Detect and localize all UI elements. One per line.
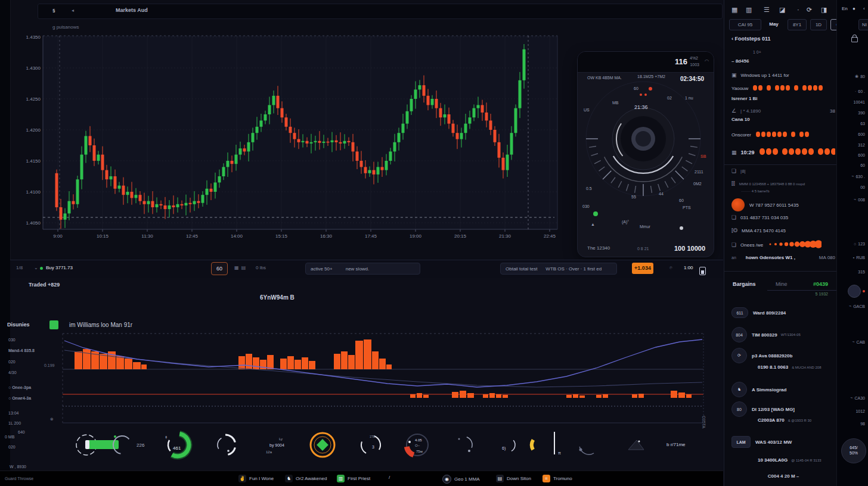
footer-item-panel[interactable]: ▤Down Siton [496, 475, 531, 482]
refresh-icon[interactable]: ⟳ [807, 6, 812, 14]
order-badge: 80 [731, 401, 747, 417]
sidebar-row[interactable]: Cana 10 [731, 117, 835, 122]
sidebar-tab-2[interactable]: May [765, 19, 783, 29]
strip-item[interactable]: ⌁CAB [852, 339, 865, 344]
candlestick-chart[interactable] [0, 0, 572, 250]
strip-item[interactable]: 00 [860, 185, 865, 189]
sidebar-row[interactable]: W 787 9527 6011 5435 [731, 198, 835, 211]
caret-icon[interactable]: ⌄ [34, 265, 38, 270]
tab-mine[interactable]: Mine [776, 281, 788, 287]
sidebar-row[interactable]: ❏031 4837 731 034 035 [731, 214, 835, 220]
strip-item[interactable]: 98 [860, 422, 865, 426]
buy-cta-button[interactable]: +1.034 [632, 263, 653, 274]
order-row[interactable]: ⟳p3 Ava 08882920b [731, 348, 835, 363]
strip-item-label: GACB [853, 304, 865, 309]
battery-icon [699, 267, 706, 275]
menu-icon[interactable]: ☰ [764, 6, 770, 14]
strip-big-button[interactable]: 645/ 50% [841, 438, 866, 463]
sidebar-tab-1[interactable]: CAI 95 [729, 19, 761, 30]
strip-item[interactable] [848, 285, 865, 298]
sidebar-row[interactable]: ∠| * 4.189038 [731, 108, 835, 114]
strip-item[interactable]: ▪RUB [853, 256, 865, 260]
sidebar-row[interactable]: Yaoouw [731, 85, 835, 92]
order-row[interactable]: 80DI 12/03 [WAG MG] [731, 401, 835, 417]
strip-item[interactable]: 60 [860, 163, 865, 167]
strip-item[interactable]: 63 [860, 122, 865, 126]
sidebar-row[interactable]: ▣Windows up 1 4411 for [731, 72, 835, 78]
order-note: WT/1304-05 [781, 333, 801, 337]
strip-item[interactable]: ·60 . [855, 89, 865, 94]
sidebar-row[interactable]: Isrener 1 Bi [731, 96, 835, 101]
footer-item-fire-orange[interactable]: ≡Tromuno [542, 475, 572, 482]
strip-item-icon: ▪ [853, 256, 854, 260]
lock-icon[interactable] [851, 37, 858, 42]
status-pill[interactable]: active 50+ new slowd. [305, 263, 420, 275]
tab-bargains[interactable]: Bargains [733, 281, 756, 287]
order-row[interactable]: 611Ward 809/2284 [731, 307, 835, 318]
grid-view-icon[interactable]: ▦ ▤ [234, 265, 246, 270]
svg-text:3: 3 [372, 445, 374, 449]
sidebar-row[interactable]: Onscorer [731, 132, 835, 138]
order-row[interactable]: 804TIM 800329WT/1304-05 [731, 327, 835, 342]
order-label: p3 Ava 08882920b [752, 353, 792, 359]
footer-item-wave[interactable]: ♞Or2 Awakened [285, 475, 327, 482]
footer-item-hand[interactable]: ✌Fun I Wone [238, 475, 274, 482]
strip-item[interactable]: ⌁008 [854, 197, 865, 202]
svg-text:75м: 75м [416, 450, 423, 453]
strip-item-label: 80 [860, 74, 865, 79]
mini-gauges-row[interactable]: 226461↟Lyby 900412a31TB4.05O–75м6)πb r/7… [0, 423, 723, 469]
order-row[interactable]: LAMWAS 403/12 MW [731, 436, 835, 448]
strip-icon-3[interactable]: ‹ [863, 6, 865, 11]
layout-icon[interactable]: ◨ [821, 6, 827, 14]
timeframe-button[interactable]: 60 [211, 262, 228, 275]
strip-item[interactable]: 390 [858, 111, 865, 115]
sidebar-tab-4[interactable]: 1D [810, 19, 827, 30]
footer-item-avatar[interactable]: ◉Geo 1 MMA [442, 475, 480, 484]
strip-item[interactable]: ⌁630 . [851, 174, 865, 179]
sidebar-row[interactable]: ▦10:29 [731, 148, 835, 156]
footer-left-label: Guard Throwse [5, 476, 33, 481]
strip-icon-2[interactable]: ● [852, 6, 855, 11]
chart-icon[interactable]: ▥ [746, 6, 752, 14]
strip-item[interactable]: ⌁CA30 [850, 395, 865, 400]
strip-item[interactable]: 600 [858, 132, 865, 136]
strip-item[interactable]: 10041 [854, 100, 865, 104]
sidebar-row[interactable]: ❏Onees /we [731, 238, 835, 251]
indicator-chart[interactable] [0, 278, 723, 426]
order-label: DI 12/03 [WAG MG] [752, 407, 795, 412]
strip-item[interactable]: 315 [858, 270, 865, 274]
footer-item-grid-green[interactable]: ▥First Priest [337, 475, 370, 482]
strip-item[interactable]: ◉80 [855, 74, 865, 79]
strip-item[interactable]: 600 [858, 153, 865, 157]
sidebar-row[interactable]: – 8d456 [731, 58, 835, 64]
order-row[interactable]: C2003A 870& @1933 R 30 [731, 418, 835, 423]
sidebar-row[interactable]: anhown Gdensotes W1 ,MA 080 [731, 255, 835, 260]
footer-item-slash[interactable]: / [389, 475, 390, 480]
dial-scale-label: ▲ [591, 222, 595, 226]
strip-item[interactable]: ○123 [854, 242, 865, 246]
sidebar-row[interactable]: ········ 4 5 barrel'b [731, 189, 845, 193]
dial-scale-label: 60 [679, 198, 684, 202]
sidebar-row[interactable]: ⫿⫿MMM 0 1234568 + 1837948 0 88 0 mopd [731, 180, 835, 187]
sidebar-tab-3[interactable]: 8Y1 [788, 19, 807, 30]
order-row[interactable]: C004 4 20 M – [731, 473, 835, 479]
back-title[interactable]: ‹ Footsteps 011 [731, 36, 771, 42]
panel-icon[interactable]: ◪ [779, 6, 785, 14]
strip-item[interactable]: 312 [858, 143, 865, 147]
strip-item[interactable]: ⌁GACB [849, 304, 865, 309]
sidebar-row[interactable]: ⫿◎MMA 471 5470 4145 [731, 228, 835, 234]
sidebar-row[interactable]: ❏|8| [731, 168, 835, 174]
order-row[interactable]: 0190 8.1 0063& MUCH AND 208 [731, 364, 835, 370]
strip-icon-1[interactable]: En [842, 6, 848, 11]
mic-icon[interactable]: ⌾ [669, 265, 672, 271]
dial-scale-label: OW KB 4B5M MA. [587, 76, 622, 80]
svg-text:1TB: 1TB [370, 435, 376, 438]
order-row[interactable]: ♞A Simmsiograd [731, 382, 835, 397]
info-pill[interactable]: Obtail total test WTB OS · Over · 1 firs… [500, 263, 617, 275]
dot-icon[interactable]: · [797, 6, 799, 13]
order-row[interactable]: 10 3400LA0G@ 1145-04 R 3133 [731, 457, 835, 463]
strip-tab[interactable]: NI [858, 19, 868, 30]
strip-item[interactable]: 1012 [855, 409, 865, 413]
image-icon[interactable]: ▦ [731, 6, 737, 14]
dial-widget[interactable]: 116 4%2 1003 ◠ 02:34:50 OW KB 4B5M MA.18… [577, 51, 714, 257]
